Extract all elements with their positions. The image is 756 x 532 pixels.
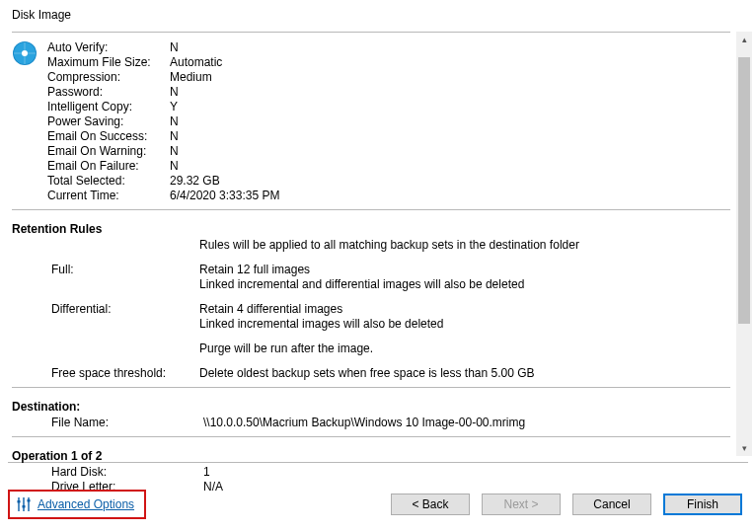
- label-email-success: Email On Success:: [47, 129, 166, 144]
- retention-section: Retention Rules Rules will be applied to…: [12, 214, 730, 383]
- value-diff-2: Linked incremental images will also be d…: [199, 317, 730, 332]
- value-current-time: 6/4/2020 3:33:35 PM: [170, 189, 279, 203]
- retention-header: Retention Rules: [12, 216, 730, 238]
- value-filename: \\10.0.0.50\Macrium Backup\Windows 10 Im…: [203, 416, 730, 430]
- label-power-saving: Power Saving:: [47, 114, 166, 129]
- label-differential: Differential:: [51, 302, 199, 332]
- summary-section: Auto Verify: N Maximum File Size: Automa…: [12, 37, 730, 205]
- divider: [12, 32, 730, 33]
- svg-rect-7: [23, 505, 26, 508]
- value-full-1: Retain 12 full images: [199, 263, 730, 277]
- divider: [12, 436, 730, 437]
- svg-point-2: [22, 50, 28, 56]
- value-power-saving: N: [170, 114, 279, 129]
- retention-intro: Rules will be applied to all matching ba…: [12, 238, 730, 253]
- summary-table: Auto Verify: N Maximum File Size: Automa…: [47, 40, 279, 203]
- vertical-scrollbar[interactable]: ▴ ▾: [736, 32, 752, 456]
- divider: [12, 209, 730, 210]
- scroll-down-arrow-icon[interactable]: ▾: [736, 440, 752, 456]
- button-row: < Back Next > Cancel Finish: [391, 494, 742, 515]
- destination-section: Destination: File Name: \\10.0.0.50\Macr…: [12, 392, 730, 432]
- value-password: N: [170, 85, 279, 100]
- advanced-options-box: Advanced Options: [8, 490, 146, 519]
- label-intelligent-copy: Intelligent Copy:: [47, 100, 166, 114]
- value-total-selected: 29.32 GB: [170, 174, 279, 189]
- scrollbar-track[interactable]: [736, 47, 752, 440]
- value-compression: Medium: [170, 70, 279, 85]
- footer-bar: Advanced Options < Back Next > Cancel Fi…: [0, 487, 750, 522]
- label-auto-verify: Auto Verify:: [47, 40, 166, 55]
- value-full-2: Linked incremental and differential imag…: [199, 277, 730, 292]
- label-max-size: Maximum File Size:: [47, 55, 166, 70]
- finish-button[interactable]: Finish: [663, 494, 742, 515]
- divider: [12, 387, 730, 388]
- window-title: Disk Image: [0, 0, 756, 28]
- scrollbar-thumb[interactable]: [738, 57, 750, 324]
- next-button: Next >: [482, 494, 561, 515]
- sliders-icon: [16, 496, 32, 512]
- value-email-success: N: [170, 129, 279, 144]
- value-harddisk: 1: [203, 465, 730, 480]
- label-email-warning: Email On Warning:: [47, 144, 166, 159]
- svg-rect-8: [28, 499, 31, 502]
- label-filename: File Name:: [51, 416, 199, 430]
- label-current-time: Current Time:: [47, 189, 166, 203]
- value-max-size: Automatic: [170, 55, 279, 70]
- value-threshold: Delete oldest backup sets when free spac…: [199, 366, 730, 381]
- label-threshold: Free space threshold:: [51, 366, 199, 381]
- disk-icon: [12, 40, 38, 203]
- cancel-button[interactable]: Cancel: [572, 494, 651, 515]
- label-total-selected: Total Selected:: [47, 174, 166, 189]
- content-area: Auto Verify: N Maximum File Size: Automa…: [0, 32, 756, 456]
- value-email-warning: N: [170, 144, 279, 159]
- value-auto-verify: N: [170, 40, 279, 55]
- advanced-options-link[interactable]: Advanced Options: [38, 497, 134, 511]
- operation-header: Operation 1 of 2: [12, 443, 730, 465]
- label-full: Full:: [51, 263, 199, 292]
- purge-text: Purge will be run after the image.: [12, 342, 730, 356]
- svg-rect-6: [18, 500, 21, 503]
- label-email-failure: Email On Failure:: [47, 159, 166, 174]
- label-harddisk: Hard Disk:: [51, 465, 199, 480]
- label-compression: Compression:: [47, 70, 166, 85]
- destination-header: Destination:: [12, 394, 730, 416]
- value-email-failure: N: [170, 159, 279, 174]
- value-intelligent-copy: Y: [170, 100, 279, 114]
- back-button[interactable]: < Back: [391, 494, 470, 515]
- label-password: Password:: [47, 85, 166, 100]
- value-diff-1: Retain 4 differential images: [199, 302, 730, 317]
- scroll-up-arrow-icon[interactable]: ▴: [736, 32, 752, 47]
